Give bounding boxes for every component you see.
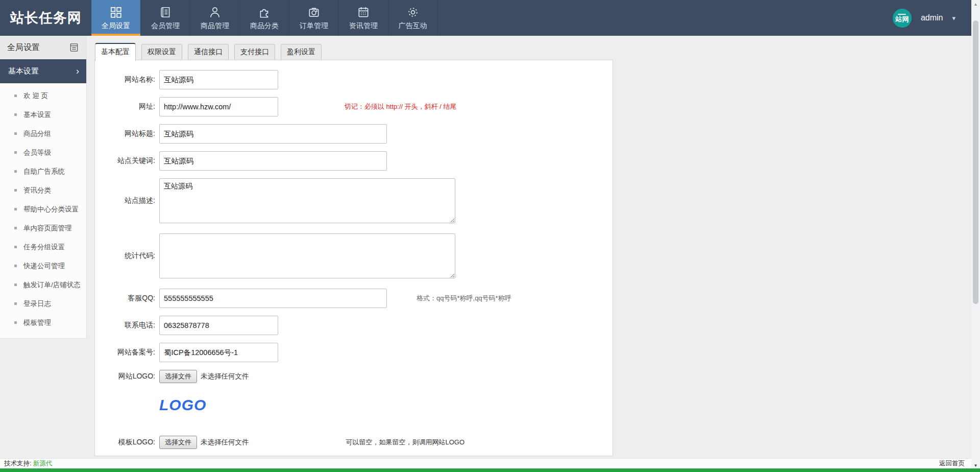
contact-phone-input[interactable] (159, 316, 278, 335)
sidebar-group-label: 基本设置 (8, 66, 39, 76)
bullet-icon (14, 113, 17, 116)
sidebar-item-label: 商品分组 (23, 129, 51, 138)
sidebar-item-label: 任务分组设置 (23, 243, 65, 252)
bullet-icon (14, 95, 17, 97)
tab-2[interactable]: 通信接口 (188, 44, 229, 60)
site-logo-file-button[interactable]: 选择文件 (159, 370, 197, 383)
tab-4[interactable]: 盈利设置 (281, 44, 322, 60)
nav-item-3[interactable]: 商品分类 (239, 0, 289, 36)
bullet-icon (14, 170, 17, 173)
user-avatar[interactable]: 站网 (893, 9, 912, 28)
nav-item-label: 资讯管理 (349, 21, 378, 31)
site-url-hint: 切记：必须以 http:// 开头，斜杆 / 结尾 (345, 102, 457, 111)
sidebar-title: 全局设置 (7, 42, 40, 53)
site-name-input[interactable] (159, 70, 278, 89)
sidebar-item-2[interactable]: 商品分组 (0, 124, 86, 143)
back-home-link[interactable]: 返回首页 (939, 459, 965, 468)
avatar-text: 站网 (895, 16, 909, 22)
nav-item-0[interactable]: 全局设置 (91, 0, 140, 36)
sidebar-item-3[interactable]: 会员等级 (0, 143, 86, 162)
nav-item-6[interactable]: 广告互动 (388, 0, 437, 36)
sidebar-item-label: 会员等级 (23, 148, 51, 157)
gear-icon (406, 5, 420, 19)
sidebar-item-label: 自助广告系统 (23, 167, 65, 176)
sidebar-item-4[interactable]: 自助广告系统 (0, 162, 86, 181)
sidebar-item-9[interactable]: 快递公司管理 (0, 256, 86, 275)
sidebar-item-5[interactable]: 资讯分类 (0, 181, 86, 200)
app-logo: 站长任务网 (0, 0, 91, 36)
nav-item-label: 商品管理 (201, 21, 229, 31)
sidebar-item-10[interactable]: 触发订单/店铺状态 (0, 275, 86, 294)
tab-1[interactable]: 权限设置 (141, 44, 182, 60)
chevron-down-icon[interactable]: ▾ (952, 14, 955, 22)
sidebar-item-6[interactable]: 帮助中心分类设置 (0, 200, 86, 219)
support-link[interactable]: 新源代 (33, 460, 53, 467)
sidebar-item-7[interactable]: 单内容页面管理 (0, 219, 86, 238)
nav-item-4[interactable]: 订单管理 (289, 0, 338, 36)
user-icon (208, 5, 222, 19)
stats-code-textarea[interactable] (159, 233, 455, 278)
form-row-icp-number: 网站备案号: (95, 343, 612, 362)
tab-0[interactable]: 基本配置 (95, 43, 136, 61)
sidebar-item-label: 模板管理 (23, 318, 51, 327)
footer: 技术支持: 新源代 返回首页 (0, 458, 980, 468)
sidebar-item-12[interactable]: 模板管理 (0, 313, 86, 332)
scrollbar-up-arrow[interactable]: ▲ (971, 0, 980, 9)
scrollbar-thumb[interactable] (973, 20, 978, 304)
sidebar-item-label: 欢 迎 页 (23, 91, 48, 101)
grid-icon (109, 5, 122, 19)
bullet-icon (14, 321, 17, 324)
document-icon (159, 5, 172, 19)
form-row-site-name: 网站名称: (95, 70, 612, 89)
sidebar-header: 全局设置 (0, 36, 86, 59)
bullet-icon (14, 151, 17, 154)
sidebar-item-label: 帮助中心分类设置 (23, 205, 79, 214)
site-description-textarea[interactable] (159, 178, 455, 223)
sidebar-item-label: 基本设置 (23, 110, 51, 120)
site-title-input[interactable] (159, 124, 387, 144)
nav-item-label: 广告互动 (399, 21, 427, 31)
main-nav: 全局设置会员管理商品管理商品分类订单管理资讯管理广告互动 (91, 0, 437, 36)
footer-accent-bar (0, 468, 980, 472)
nav-item-label: 全局设置 (102, 21, 130, 31)
bullet-icon (14, 302, 17, 305)
site-name-label: 网站名称: (95, 75, 159, 84)
form-row-site-keywords: 站点关键词: (95, 151, 612, 171)
scrollbar-down-arrow[interactable]: ▼ (971, 463, 980, 468)
nav-item-label: 会员管理 (151, 21, 180, 31)
bullet-icon (14, 189, 17, 192)
nav-item-2[interactable]: 商品管理 (190, 0, 239, 36)
template-logo-file-button[interactable]: 选择文件 (159, 436, 197, 449)
bullet-icon (14, 132, 17, 135)
support-label: 技术支持: (4, 460, 31, 467)
sidebar-item-11[interactable]: 登录日志 (0, 294, 86, 313)
site-url-label: 网址: (95, 102, 159, 111)
form-row-contact-phone: 联系电话: (95, 316, 612, 335)
service-qq-hint: 格式：qq号码*称呼,qq号码*称呼 (416, 294, 511, 303)
template-logo-hint: 可以留空，如果留空，则调用网站LOGO (346, 438, 465, 447)
form-row-site-logo: 网站LOGO:选择文件未选择任何文件 (95, 370, 612, 383)
service-qq-input[interactable] (159, 289, 387, 308)
settings-form: 网站名称:网址:切记：必须以 http:// 开头，斜杆 / 结尾网站标题:站点… (95, 70, 612, 449)
puzzle-icon (258, 5, 271, 19)
nav-item-label: 订单管理 (300, 21, 328, 31)
nav-item-5[interactable]: 资讯管理 (338, 0, 388, 36)
nav-item-1[interactable]: 会员管理 (140, 0, 190, 36)
icp-number-input[interactable] (159, 343, 278, 362)
sidebar-item-0[interactable]: 欢 迎 页 (0, 86, 86, 105)
service-qq-label: 客服QQ: (95, 294, 159, 303)
sidebar-group-basic-settings[interactable]: 基本设置 › (0, 59, 86, 83)
basic-config-panel: 网站名称:网址:切记：必须以 http:// 开头，斜杆 / 结尾网站标题:站点… (94, 60, 613, 456)
tab-3[interactable]: 支付接口 (234, 44, 275, 60)
site-keywords-input[interactable] (159, 151, 387, 171)
site-url-input[interactable] (159, 97, 278, 116)
sidebar-item-label: 登录日志 (23, 299, 51, 309)
sidebar-list: 欢 迎 页基本设置商品分组会员等级自助广告系统资讯分类帮助中心分类设置单内容页面… (0, 83, 86, 338)
form-row-site-url: 网址:切记：必须以 http:// 开头，斜杆 / 结尾 (95, 97, 612, 116)
site-title-label: 网站标题: (95, 129, 159, 138)
site-description-label: 站点描述: (95, 196, 159, 205)
page-scrollbar: ▲ ▼ (971, 0, 980, 468)
sidebar-item-1[interactable]: 基本设置 (0, 105, 86, 124)
site-logo-label: 网站LOGO: (95, 372, 159, 381)
sidebar-item-8[interactable]: 任务分组设置 (0, 238, 86, 256)
